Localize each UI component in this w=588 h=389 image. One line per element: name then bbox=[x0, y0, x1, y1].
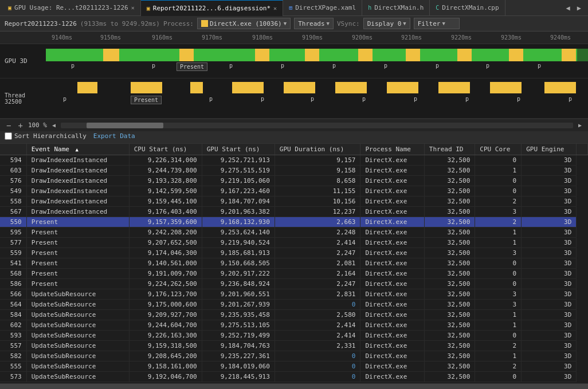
zoom-in-btn[interactable]: + bbox=[16, 121, 24, 130]
gpu-marker-1[interactable] bbox=[103, 49, 119, 61]
table-row[interactable]: 582 UpdateSubResource 9,208,645,200 9,23… bbox=[0, 351, 588, 361]
cell-cpustart: 9,159,445,100 bbox=[129, 196, 202, 206]
cell-gpudur: 2,414 bbox=[275, 237, 360, 247]
cell-num: 576 bbox=[0, 175, 26, 186]
pan-left-btn[interactable]: ◀ bbox=[50, 122, 57, 128]
thread-block-5[interactable] bbox=[284, 82, 315, 93]
thread-block-8[interactable] bbox=[438, 82, 470, 93]
cell-thread: 32,500 bbox=[424, 175, 475, 186]
cell-gpustart: 9,168,132,930 bbox=[202, 217, 275, 227]
table-row[interactable]: 555 UpdateSubResource 9,158,161,000 9,18… bbox=[0, 361, 588, 371]
table-row[interactable]: 564 UpdateSubResource 9,175,000,600 9,20… bbox=[0, 299, 588, 309]
process-dropdown[interactable]: DirectX.exe (10036) ▼ bbox=[197, 18, 291, 29]
table-row[interactable]: 566 UpdateSubResource 9,176,123,700 9,20… bbox=[0, 289, 588, 299]
thread-track[interactable]: Present p p p p p p p p p bbox=[46, 78, 588, 118]
cell-engine: 3D bbox=[522, 258, 577, 268]
table-row[interactable]: 586 Present 9,224,262,500 9,236,848,924 … bbox=[0, 278, 588, 289]
col-header-num[interactable] bbox=[0, 144, 26, 155]
table-row[interactable]: 577 Present 9,207,652,500 9,219,940,524 … bbox=[0, 237, 588, 247]
table-row[interactable]: 595 Present 9,242,208,200 9,253,624,140 … bbox=[0, 227, 588, 237]
cell-thread: 32,500 bbox=[424, 186, 475, 196]
col-header-cpustart[interactable]: CPU Start (ns) bbox=[129, 144, 202, 155]
cell-num: 549 bbox=[0, 186, 26, 196]
tab-h[interactable]: h DirectXMain.h bbox=[362, 0, 430, 16]
thread-block-4[interactable] bbox=[232, 82, 264, 93]
cell-cpustart: 9,176,403,400 bbox=[129, 206, 202, 217]
gpu-marker-4[interactable] bbox=[305, 49, 319, 61]
zoom-out-btn[interactable]: − bbox=[5, 121, 13, 130]
display-dropdown[interactable]: Display 0 ▼ bbox=[363, 18, 410, 29]
cell-engine: 3D bbox=[522, 217, 577, 227]
table-row[interactable]: 603 DrawIndexedInstanced 9,244,739,800 9… bbox=[0, 165, 588, 175]
threads-dropdown[interactable]: Threads ▼ bbox=[294, 18, 334, 29]
col-header-core[interactable]: CPU Core bbox=[475, 144, 522, 155]
table-row[interactable]: 576 DrawIndexedInstanced 9,193,328,800 9… bbox=[0, 175, 588, 186]
thread-block-1[interactable] bbox=[77, 82, 97, 93]
gpu-track[interactable]: Present p p p p p p p p p p bbox=[46, 44, 588, 78]
thread-block-3[interactable] bbox=[190, 82, 203, 93]
close-icon[interactable]: ✕ bbox=[131, 5, 135, 11]
col-header-engine[interactable]: GPU Engine bbox=[522, 144, 577, 155]
thread-block-2[interactable] bbox=[131, 82, 162, 93]
cell-num: 559 bbox=[0, 247, 26, 258]
tab-scroll-left[interactable]: ◀ bbox=[564, 3, 573, 13]
table-row[interactable]: 567 DrawIndexedInstanced 9,176,403,400 9… bbox=[0, 206, 588, 217]
table-row[interactable]: 602 UpdateSubResource 9,244,604,700 9,27… bbox=[0, 320, 588, 330]
pan-right-btn[interactable]: ▶ bbox=[577, 122, 583, 128]
cell-proc: DirectX.exe bbox=[360, 227, 424, 237]
col-header-thread[interactable]: Thread ID bbox=[424, 144, 475, 155]
gpu-marker-9[interactable] bbox=[562, 49, 576, 61]
col-header-proc[interactable]: Process Name bbox=[360, 144, 424, 155]
tick-2: 9160ms bbox=[152, 34, 173, 41]
cell-gpustart: 9,218,445,913 bbox=[202, 371, 275, 382]
bottom-scrollbar[interactable] bbox=[0, 383, 588, 389]
cell-cpustart: 9,192,046,700 bbox=[129, 371, 202, 382]
gpu-marker-8[interactable] bbox=[509, 49, 523, 61]
table-row[interactable]: 541 Present 9,140,561,000 9,150,668,505 … bbox=[0, 258, 588, 268]
table-row[interactable]: 573 UpdateSubResource 9,192,046,700 9,21… bbox=[0, 371, 588, 382]
cell-event: UpdateSubResource bbox=[26, 340, 129, 351]
tab-cpp[interactable]: C DirectXMain.cpp bbox=[430, 0, 505, 16]
thread-block-10[interactable] bbox=[544, 82, 576, 93]
sort-hierarchically-checkbox[interactable] bbox=[5, 132, 12, 140]
table-row[interactable]: 568 Present 9,191,009,700 9,202,917,222 … bbox=[0, 268, 588, 278]
cell-engine: 3D bbox=[522, 175, 577, 186]
tab-diag2[interactable]: ▣ Report20211122...6.diagsession* ✕ bbox=[141, 0, 283, 16]
tab-diag1[interactable]: ▣ GPU Usage: Re...t20211223-1226 ✕ bbox=[2, 0, 141, 16]
table-row[interactable]: 558 DrawIndexedInstanced 9,159,445,100 9… bbox=[0, 196, 588, 206]
table-row[interactable]: 593 UpdateSubResource 9,226,163,300 9,25… bbox=[0, 330, 588, 340]
tab-scroll-right[interactable]: ▶ bbox=[575, 3, 583, 13]
col-header-gpudur[interactable]: GPU Duration (ns) bbox=[275, 144, 360, 155]
table-row[interactable]: 584 UpdateSubResource 9,209,927,700 9,23… bbox=[0, 309, 588, 320]
timeline-scrollbar[interactable] bbox=[61, 123, 573, 128]
data-table-container[interactable]: Event Name ▲ CPU Start (ns) GPU Start (n… bbox=[0, 144, 588, 384]
col-header-gpustart[interactable]: GPU Start (ns) bbox=[202, 144, 275, 155]
filter-dropdown[interactable]: Filter ▼ bbox=[414, 18, 460, 29]
thread-block-6[interactable] bbox=[335, 82, 367, 93]
timeline-area: 9140ms 9150ms 9160ms 9170ms 9180ms 9190m… bbox=[0, 32, 588, 129]
present-bubble-thread: Present bbox=[131, 96, 162, 104]
tab-xaml[interactable]: ⊞ DirectXPage.xaml bbox=[283, 0, 362, 16]
gpu-marker-6[interactable] bbox=[406, 49, 420, 61]
table-row[interactable]: 559 Present 9,174,046,300 9,185,681,913 … bbox=[0, 247, 588, 258]
gpu-marker-7[interactable] bbox=[457, 49, 472, 61]
cell-engine: 3D bbox=[522, 237, 577, 247]
export-data-link[interactable]: Export Data bbox=[93, 132, 135, 140]
col-header-event[interactable]: Event Name ▲ bbox=[26, 144, 129, 155]
display-label: Display 0 bbox=[367, 20, 402, 27]
gpu-marker-2[interactable] bbox=[179, 49, 194, 61]
timeline-controls: − + 100 % ◀ ▶ bbox=[0, 119, 588, 131]
cell-event: DrawIndexedInstanced bbox=[26, 165, 129, 175]
cell-cpustart: 9,193,328,800 bbox=[129, 175, 202, 186]
table-row[interactable]: 594 DrawIndexedInstanced 9,226,314,000 9… bbox=[0, 155, 588, 165]
cell-num: 555 bbox=[0, 361, 26, 371]
table-row[interactable]: 550 Present 9,157,359,600 9,168,132,930 … bbox=[0, 217, 588, 227]
cell-core: 3 bbox=[475, 247, 522, 258]
table-row[interactable]: 557 UpdateSubResource 9,159,318,500 9,18… bbox=[0, 340, 588, 351]
gpu-marker-5[interactable] bbox=[358, 49, 373, 61]
gpu-marker-3[interactable] bbox=[255, 49, 269, 61]
close-icon2[interactable]: ✕ bbox=[273, 5, 277, 11]
table-row[interactable]: 549 DrawIndexedInstanced 9,142,599,500 9… bbox=[0, 186, 588, 196]
thread-block-7[interactable] bbox=[387, 82, 418, 93]
thread-block-9[interactable] bbox=[490, 82, 522, 93]
